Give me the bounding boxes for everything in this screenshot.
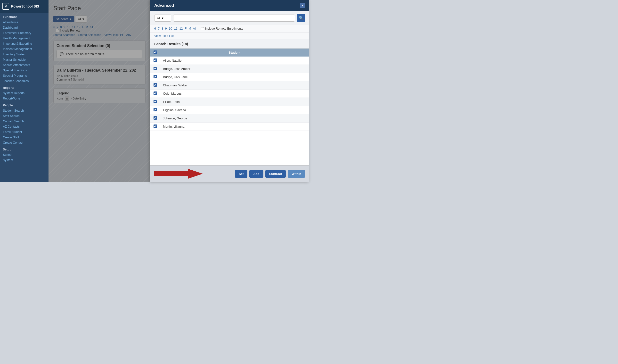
sidebar-item-system[interactable]: System xyxy=(0,157,49,163)
sidebar-item-special-functions[interactable]: Special Functions xyxy=(0,68,49,73)
sidebar-item-school[interactable]: School xyxy=(0,152,49,157)
adv-include-remote-label[interactable]: Include Remote Enrollments xyxy=(201,27,243,30)
sidebar-item-enrollment-summary[interactable]: Enrollment Summary xyxy=(0,30,49,36)
sidebar-item-create-contact[interactable]: Create Contact xyxy=(0,140,49,145)
table-row[interactable]: Chapman, Walter xyxy=(150,81,309,90)
set-button[interactable]: Set xyxy=(235,170,247,178)
advanced-search-input[interactable] xyxy=(173,14,295,22)
results-header: Search Results (18) xyxy=(150,39,309,49)
sidebar-item-staff-search[interactable]: Staff Search xyxy=(0,113,49,119)
student-name-cell: Martin, Lilianna xyxy=(160,123,309,131)
adv-grade-6[interactable]: 6 xyxy=(154,27,156,30)
sidebar-item-importing-exporting[interactable]: Importing & Exporting xyxy=(0,41,49,46)
advanced-search-row: All ▾ 🔍 xyxy=(150,11,309,25)
sidebar-item-attendance[interactable]: Attendance xyxy=(0,20,49,25)
student-checkbox[interactable] xyxy=(154,83,157,87)
sidebar-item-student-search[interactable]: Student Search xyxy=(0,108,49,113)
sidebar-item-special-programs[interactable]: Special Programs xyxy=(0,73,49,78)
results-table: Student Allen, Natalie Bridge, Jess Ambe… xyxy=(150,49,309,165)
adv-grade-filter-row: 6 7 8 9 10 11 12 F M All Include Remote … xyxy=(150,25,309,33)
red-arrow-icon xyxy=(154,169,203,179)
adv-grade-10[interactable]: 10 xyxy=(169,27,172,30)
select-all-header[interactable] xyxy=(150,49,160,57)
table-row[interactable]: Allen, Natalie xyxy=(150,57,309,65)
adv-grade-11[interactable]: 11 xyxy=(174,27,178,30)
adv-grade-12[interactable]: 12 xyxy=(180,27,183,30)
table-row[interactable]: Martin, Lilianna xyxy=(150,123,309,131)
adv-all-dropdown[interactable]: All ▾ xyxy=(154,14,171,22)
table-row[interactable]: Bridge, Jess Amber xyxy=(150,65,309,73)
row-checkbox-cell[interactable] xyxy=(150,90,160,98)
sidebar-header: P PowerSchool SIS xyxy=(0,0,49,13)
advanced-panel: Advanced × All ▾ 🔍 6 7 8 9 10 11 12 F M … xyxy=(150,0,309,182)
sidebar-item-health-management[interactable]: Health Management xyxy=(0,36,49,41)
sidebar-item-contact-search[interactable]: Contact Search xyxy=(0,119,49,124)
table-row[interactable]: Higgins, Savana xyxy=(150,106,309,114)
table-row[interactable]: Johnson, George xyxy=(150,114,309,123)
sidebar-item-az-contacts[interactable]: AZ Contacts xyxy=(0,124,49,129)
adv-view-field-link-row: View Field List xyxy=(150,33,309,39)
row-checkbox-cell[interactable] xyxy=(150,98,160,106)
sidebar-item-dashboard[interactable]: Dashboard xyxy=(0,25,49,30)
row-checkbox-cell[interactable] xyxy=(150,123,160,131)
adv-view-field-list-link[interactable]: View Field List xyxy=(154,34,174,38)
student-name-cell: Bridge, Kaly Jane xyxy=(160,73,309,81)
sidebar-item-reportworks[interactable]: ReportWorks xyxy=(0,96,49,101)
row-checkbox-cell[interactable] xyxy=(150,114,160,123)
advanced-search-button[interactable]: 🔍 xyxy=(297,14,305,22)
student-checkbox[interactable] xyxy=(154,125,157,128)
sidebar-item-enroll-student[interactable]: Enroll Student xyxy=(0,129,49,135)
people-section-label: People xyxy=(0,101,49,108)
app-title: PowerSchool SIS xyxy=(11,4,39,8)
student-checkbox[interactable] xyxy=(154,116,157,120)
sidebar-item-create-staff[interactable]: Create Staff xyxy=(0,135,49,140)
arrow-container xyxy=(154,169,233,179)
student-name-cell: Johnson, George xyxy=(160,114,309,123)
student-checkbox[interactable] xyxy=(154,67,157,70)
table-row[interactable]: Bridge, Kaly Jane xyxy=(150,73,309,81)
student-checkbox[interactable] xyxy=(154,91,157,95)
reports-section-label: Reports xyxy=(0,84,49,91)
row-checkbox-cell[interactable] xyxy=(150,106,160,114)
adv-grade-7[interactable]: 7 xyxy=(158,27,160,30)
student-checkbox[interactable] xyxy=(154,100,157,103)
powerschool-logo: P xyxy=(2,3,9,10)
svg-marker-0 xyxy=(154,169,203,179)
table-row[interactable]: Cole, Marcus xyxy=(150,90,309,98)
within-button[interactable]: Within xyxy=(288,170,305,178)
sidebar-item-master-schedule[interactable]: Master Schedule xyxy=(0,57,49,62)
student-name-cell: Cole, Marcus xyxy=(160,90,309,98)
table-row[interactable]: Elliott, Edith xyxy=(150,98,309,106)
sidebar-item-inventory-system[interactable]: Inventory System xyxy=(0,52,49,57)
subtract-button[interactable]: Subtract xyxy=(265,170,286,178)
adv-grade-f[interactable]: F xyxy=(185,27,187,30)
student-name-cell: Chapman, Walter xyxy=(160,81,309,90)
select-all-checkbox[interactable] xyxy=(154,51,157,54)
adv-grade-all[interactable]: All xyxy=(193,27,196,30)
advanced-footer: Set Add Subtract Within xyxy=(150,165,309,182)
sidebar: P PowerSchool SIS Functions Attendance D… xyxy=(0,0,49,182)
advanced-title: Advanced xyxy=(154,3,174,8)
student-column-header: Student xyxy=(160,49,309,57)
row-checkbox-cell[interactable] xyxy=(150,81,160,90)
sidebar-item-teacher-schedules[interactable]: Teacher Schedules xyxy=(0,78,49,84)
advanced-close-button[interactable]: × xyxy=(300,3,305,8)
adv-include-remote-checkbox[interactable] xyxy=(201,27,204,30)
add-button[interactable]: Add xyxy=(249,170,263,178)
student-checkbox[interactable] xyxy=(154,58,157,62)
student-checkbox[interactable] xyxy=(154,108,157,111)
row-checkbox-cell[interactable] xyxy=(150,57,160,65)
sidebar-item-search-attachments[interactable]: Search Attachments xyxy=(0,62,49,68)
row-checkbox-cell[interactable] xyxy=(150,73,160,81)
functions-section-label: Functions xyxy=(0,13,49,20)
sidebar-item-incident-management[interactable]: Incident Management xyxy=(0,46,49,52)
sidebar-item-system-reports[interactable]: System Reports xyxy=(0,91,49,96)
adv-grade-9[interactable]: 9 xyxy=(165,27,167,30)
student-checkbox[interactable] xyxy=(154,75,157,78)
student-name-cell: Higgins, Savana xyxy=(160,106,309,114)
adv-grade-8[interactable]: 8 xyxy=(162,27,163,30)
row-checkbox-cell[interactable] xyxy=(150,65,160,73)
adv-grade-m[interactable]: M xyxy=(188,27,191,30)
setup-section-label: Setup xyxy=(0,145,49,152)
student-name-cell: Bridge, Jess Amber xyxy=(160,65,309,73)
